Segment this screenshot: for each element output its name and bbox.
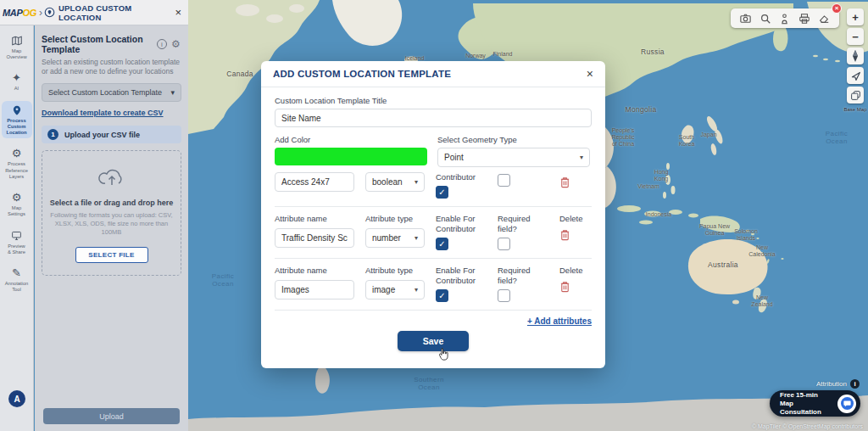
attribute-name-input[interactable] [275, 172, 354, 192]
locate-arrow-icon[interactable] [847, 67, 864, 84]
info-icon: i [850, 379, 860, 389]
sidebar-item-process-custom-location[interactable]: Process Custom Location [2, 101, 32, 139]
template-title-input[interactable] [275, 109, 592, 127]
attribution-toggle[interactable]: Attribution i [816, 379, 860, 389]
upload-cloud-icon [97, 166, 126, 188]
dropzone-primary-text: Select a file or drag and drop here [49, 199, 174, 207]
color-swatch[interactable] [275, 148, 427, 165]
collapse-chevron-icon[interactable]: › [39, 7, 42, 19]
delete-trash-icon[interactable] [559, 281, 570, 293]
delete-label: Delete [559, 214, 592, 223]
location-pin-icon [44, 7, 55, 18]
download-template-link[interactable]: Download template to create CSV [42, 109, 164, 117]
eraser-icon[interactable] [816, 11, 832, 26]
sidebar-item-preview-share[interactable]: Preview & Share [2, 227, 32, 258]
required-checkbox[interactable] [498, 289, 510, 302]
enable-checkbox[interactable]: ✓ [436, 186, 448, 199]
search-icon[interactable] [758, 11, 773, 26]
step-number-badge: 1 [47, 129, 58, 140]
upload-custom-location-panel: Select Custom Location Template i ⚙ Sele… [35, 25, 188, 431]
enable-checkbox[interactable]: ✓ [436, 289, 448, 302]
notification-badge: × [832, 3, 842, 14]
add-custom-location-template-modal: ADD CUSTOM LOCATION TEMPLATE × Custom Lo… [261, 61, 605, 368]
chevron-down-icon: ▾ [415, 234, 418, 242]
upload-button[interactable]: Upload [43, 408, 180, 424]
sidebar-item-map-overview[interactable]: Map Overview [2, 31, 32, 63]
sidebar-rail: Map Overview ✦ AI Process Custom Locatio… [0, 25, 34, 431]
geometry-type-select[interactable]: Point ▾ [437, 148, 590, 167]
enable-for-contributor-label: Enable For Contributor [436, 214, 487, 233]
attribute-row: boolean ▾ Contributor ✓ [275, 167, 592, 206]
template-settings-gear-icon[interactable]: ⚙ [170, 39, 181, 49]
panel-close-button[interactable]: × [175, 6, 181, 19]
attribute-name-input[interactable] [275, 228, 354, 248]
step-label: Upload your CSV file [64, 131, 140, 139]
app-window: CanadaIcelandNorwayFinlandRussiaMongolia… [0, 0, 868, 431]
attribute-name-label: Attribute name [275, 266, 354, 275]
required-field-label: Required field? [498, 214, 548, 233]
map-copyright: © MapTiler © OpenStreetMap contributors [752, 423, 863, 429]
attribute-type-select[interactable]: image ▾ [365, 280, 425, 299]
attribute-type-value: image [372, 285, 395, 294]
attribute-type-select[interactable]: number ▾ [365, 228, 425, 248]
settings-gear-icon: ⚙ [2, 192, 32, 204]
chevron-down-icon: ▾ [415, 286, 418, 294]
modal-close-button[interactable]: × [587, 67, 593, 81]
sidebar-item-ai[interactable]: ✦ AI [2, 69, 32, 94]
enable-for-contributor-label: Contributor [436, 172, 487, 182]
sidebar-item-map-settings[interactable]: ⚙ Map Settings [2, 188, 32, 220]
ai-icon: ✦ [2, 72, 32, 85]
delete-trash-icon[interactable] [559, 176, 570, 188]
consultation-button[interactable]: Free 15-min Map Consultation [770, 390, 860, 417]
modal-title: ADD CUSTOM LOCATION TEMPLATE [273, 69, 451, 79]
delete-label: Delete [559, 266, 592, 275]
required-field-label: Required field? [498, 266, 548, 285]
geometry-type-value: Point [444, 153, 464, 162]
help-info-icon[interactable]: i [157, 39, 167, 49]
compass-icon[interactable] [847, 48, 864, 64]
dropzone-secondary-text: Following file formats you can upload: C… [49, 211, 174, 237]
app-logo[interactable]: MAPOG [0, 8, 39, 18]
attribute-name-input[interactable] [275, 280, 354, 299]
map-controls: + − Base Map [847, 8, 864, 112]
panel-section-heading: Select Custom Location Template [42, 34, 153, 54]
add-color-label: Add Color [275, 135, 427, 144]
sidebar-item-annotation-tool[interactable]: ✎ Annotation Tool [2, 264, 32, 295]
attribute-type-value: number [372, 233, 401, 243]
attribute-type-label: Attribute type [365, 214, 425, 223]
basemap-label: Base Map [844, 107, 867, 112]
chevron-down-icon: ▾ [415, 178, 418, 186]
step-banner: 1 Upload your CSV file [42, 126, 181, 143]
add-attributes-link[interactable]: + Add attributes [527, 316, 592, 326]
attribute-type-value: boolean [372, 177, 403, 187]
template-select-value: Select Custom Location Template [48, 88, 162, 97]
zoom-out-button[interactable]: − [847, 28, 864, 45]
zoom-in-button[interactable]: + [847, 8, 864, 25]
consultation-label: Free 15-min Map Consultation [780, 391, 832, 417]
csv-dropzone[interactable]: Select a file or drag and drop here Foll… [42, 150, 181, 276]
chevron-down-icon: ▾ [170, 88, 175, 97]
basemap-layers-icon[interactable] [847, 87, 864, 104]
select-file-button[interactable]: SELECT FILE [75, 247, 148, 263]
delete-trash-icon[interactable] [559, 229, 570, 241]
attribute-type-label: Attribute type [365, 266, 425, 275]
map-toolbar: × [731, 8, 839, 28]
enable-checkbox[interactable]: ✓ [436, 238, 448, 250]
printer-icon[interactable] [797, 11, 812, 26]
save-button[interactable]: Save [398, 331, 469, 351]
panel-header: MAPOG › UPLOAD CUSTOM LOCATION × [0, 0, 188, 25]
template-select-dropdown[interactable]: Select Custom Location Template ▾ [42, 83, 181, 102]
attribute-type-select[interactable]: boolean ▾ [365, 172, 425, 192]
attribute-name-label: Attribute name [275, 214, 354, 223]
user-avatar[interactable]: A [8, 390, 25, 407]
required-checkbox[interactable] [498, 174, 510, 187]
chevron-down-icon: ▾ [580, 154, 583, 161]
map-icon [2, 35, 32, 48]
enable-for-contributor-label: Enable For Contributor [436, 266, 487, 285]
pen-icon: ✎ [2, 267, 32, 280]
layers-gear-icon: ⚙ [2, 148, 32, 160]
sidebar-item-process-reference-layers[interactable]: ⚙ Process Reference Layers [2, 144, 32, 182]
streetview-pegman-icon[interactable] [777, 11, 793, 26]
required-checkbox[interactable] [498, 238, 510, 250]
screenshot-camera-icon[interactable] [738, 11, 754, 26]
